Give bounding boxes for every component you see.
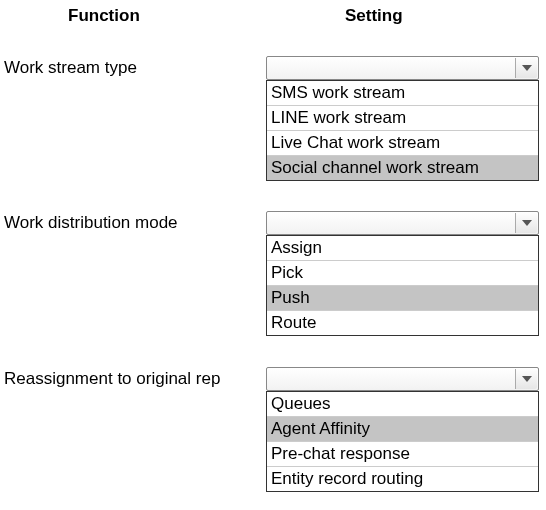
option-route[interactable]: Route [267,311,538,335]
row-label-work-distribution-mode: Work distribution mode [4,213,178,233]
listbox-work-stream-type: SMS work stream LINE work stream Live Ch… [266,80,539,181]
column-header-function: Function [68,6,140,26]
settings-table: Function Setting Work stream type SMS wo… [0,0,546,510]
row-label-reassignment-to-original-rep: Reassignment to original rep [4,369,220,389]
option-pick[interactable]: Pick [267,261,538,286]
listbox-work-distribution-mode: Assign Pick Push Route [266,235,539,336]
option-queues[interactable]: Queues [267,392,538,417]
chevron-down-icon [522,220,532,226]
option-social-channel-work-stream[interactable]: Social channel work stream [267,156,538,180]
option-agent-affinity[interactable]: Agent Affinity [267,417,538,442]
dropdown-work-stream-type[interactable] [266,56,539,80]
row-label-work-stream-type: Work stream type [4,58,137,78]
svg-marker-2 [522,376,532,382]
chevron-down-icon [522,65,532,71]
option-push[interactable]: Push [267,286,538,311]
option-entity-record-routing[interactable]: Entity record routing [267,467,538,491]
option-assign[interactable]: Assign [267,236,538,261]
listbox-reassignment-to-original-rep: Queues Agent Affinity Pre-chat response … [266,391,539,492]
svg-marker-0 [522,65,532,71]
dropdown-button-work-distribution-mode[interactable] [515,213,537,233]
option-live-chat-work-stream[interactable]: Live Chat work stream [267,131,538,156]
dropdown-button-reassignment-to-original-rep[interactable] [515,369,537,389]
dropdown-button-work-stream-type[interactable] [515,58,537,78]
chevron-down-icon [522,376,532,382]
option-pre-chat-response[interactable]: Pre-chat response [267,442,538,467]
dropdown-work-distribution-mode[interactable] [266,211,539,235]
dropdown-reassignment-to-original-rep[interactable] [266,367,539,391]
svg-marker-1 [522,220,532,226]
column-header-setting: Setting [345,6,403,26]
option-sms-work-stream[interactable]: SMS work stream [267,81,538,106]
option-line-work-stream[interactable]: LINE work stream [267,106,538,131]
